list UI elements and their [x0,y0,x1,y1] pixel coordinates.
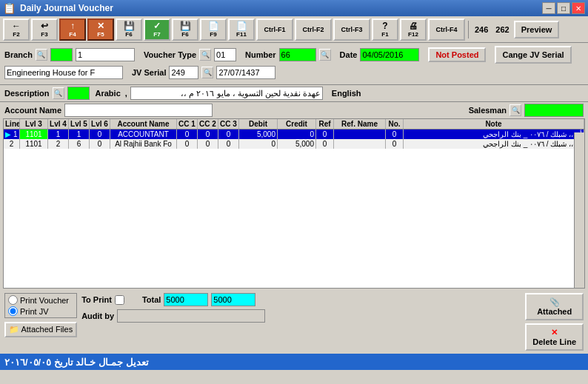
print-jv-option: Print JV [8,306,73,316]
col-debit-header: Debit [239,119,278,129]
description-row: Description 🔍 Arabic , English [0,84,588,102]
branch-name-input[interactable] [76,48,135,61]
f6-button[interactable]: 💾 F6 [116,18,142,41]
print-radio-group: Print Voucher Print JV [4,293,77,318]
branch-search-button[interactable]: 🔍 [36,49,47,61]
f2-button[interactable]: ← F2 [3,18,30,41]
date-label: Date [340,50,358,59]
number-input[interactable] [279,48,316,61]
attached-files-button[interactable]: 📁 Attached Files [4,322,77,337]
branch-label: Branch [4,50,33,59]
print-section: To Print Total Audit by [81,293,521,351]
delete-line-button[interactable]: ✕ Delete Line [525,323,584,351]
english-label: English [332,89,361,98]
cell-note: أم ،، شبلك / ٠٠٧٦ _ بنك الراجحي [404,139,584,149]
cell-cc3: 0 [218,129,239,139]
salesman-input[interactable] [524,104,584,117]
f12-button[interactable]: 🖨 F12 [400,18,427,41]
f11-button[interactable]: 📄 F11 [228,18,255,41]
jv-serial-label: JV Serial [132,68,166,77]
table-row[interactable]: 2 1101 2 6 0 Al Rajhii Bank Fo 0 0 0 0 5… [4,139,584,149]
audit-by-label: Audit by [81,311,114,320]
f3-button[interactable]: ↩ F3 [31,18,58,41]
account-name-input[interactable] [64,104,213,117]
print-voucher-option: Print Voucher [8,295,73,305]
col-lv3-header: Lvl 3 [20,119,48,129]
col-no-header: No. [386,119,404,129]
total-label: Total [142,295,161,304]
ctrlf3-button[interactable]: Ctrl-F3 [333,18,370,41]
total-input-1[interactable] [164,293,208,306]
ctrlf3-label: Ctrl-F3 [341,26,363,33]
total-input-2[interactable] [211,293,255,306]
save2-icon: 💾 [180,21,191,31]
close-button[interactable]: ✕ [572,2,585,14]
cell-note: أم ،، شبلك / ٠٠٧٦ _ بنك الراجحي [404,129,584,139]
not-posted-button[interactable]: Not Posted [428,47,486,62]
table-row[interactable]: ▶ 1 1101 1 1 0 ACCOUNTANT 0 0 0 5,000 0 … [4,129,584,139]
print-icon: 🖨 [409,21,418,31]
f6b-button[interactable]: 💾 F6 [172,18,198,41]
engineering-house-input[interactable] [4,66,123,79]
ctrlf1-label: Ctrl-F1 [264,26,286,33]
col-cc2-header: CC 2 [198,119,218,129]
f4-button[interactable]: ↑ F4 [59,18,86,41]
cell-debit: 0 [239,139,278,149]
cell-no: 0 [386,139,404,149]
voucher-type-input[interactable] [214,48,236,61]
form-row-2: JV Serial 🔍 [4,66,584,79]
hijri-date-input[interactable] [216,66,275,79]
f5-button[interactable]: ✕ F5 [87,18,114,41]
minimize-button[interactable]: ─ [542,2,555,14]
up-icon: ↑ [70,21,75,31]
f1-button[interactable]: ? F1 [372,18,398,41]
date-input[interactable] [360,48,419,61]
jv-serial-search-button[interactable]: 🔍 [201,67,213,78]
back-icon: ← [12,21,21,31]
branch-input[interactable] [50,48,73,61]
cell-cc1: 0 [177,129,198,139]
f3-label: F3 [41,31,47,38]
ctrlf2-button[interactable]: Ctrl-F2 [295,18,332,41]
attached-button[interactable]: 📎 Attached [525,293,584,320]
number-label: Number [245,50,276,59]
delete-line-label: Delete Line [532,337,576,346]
change-jv-button[interactable]: Cange JV Serial [495,46,571,64]
delete-icon: ✕ [551,328,558,337]
f11-label: F11 [236,31,247,38]
number-search-button[interactable]: 🔍 [319,49,331,61]
cell-lv4: 1 [48,129,69,139]
voucher-type-search-button[interactable]: 🔍 [199,49,211,61]
to-print-checkbox[interactable] [115,295,124,305]
folder-icon: 📁 [9,325,19,334]
jv-serial-input[interactable] [169,66,198,79]
maximize-button[interactable]: □ [557,2,570,14]
doc-icon: 📄 [208,21,219,31]
cell-refname [334,139,386,149]
print-jv-label: Print JV [20,307,49,316]
preview-button[interactable]: Preview [514,21,560,38]
f12-label: F12 [408,31,418,38]
cell-lv6: 0 [90,139,110,149]
cell-ref: 0 [316,129,334,139]
status-bar: تعديل جمـال خـالد تاريخ ٢٠١٦/٠٥/٠٥ [0,354,588,370]
arabic-text-input[interactable] [130,87,323,100]
description-code-input[interactable] [67,87,90,100]
row-arrow: ▶ [5,130,11,138]
description-search-button[interactable]: 🔍 [53,87,64,99]
print-jv-radio[interactable] [8,306,18,316]
f7-button[interactable]: ✓ F7 [144,18,170,41]
grid-scrollbar[interactable] [574,132,584,288]
to-print-row: To Print Total [81,293,521,306]
print-voucher-radio[interactable] [8,295,18,305]
attached-files-label: Attached Files [21,325,73,334]
salesman-search-button[interactable]: 🔍 [510,104,521,116]
f9-button[interactable]: 📄 F9 [200,18,227,41]
lang-comma: , [125,89,127,98]
ctrlf1-button[interactable]: Ctrl-F1 [256,18,293,41]
ctrlf4-button[interactable]: Ctrl-F4 [428,18,465,41]
close-icon: ✕ [97,21,104,31]
f7-label: F7 [153,31,160,38]
audit-row: Audit by [81,309,521,323]
audit-by-input[interactable] [117,309,265,323]
